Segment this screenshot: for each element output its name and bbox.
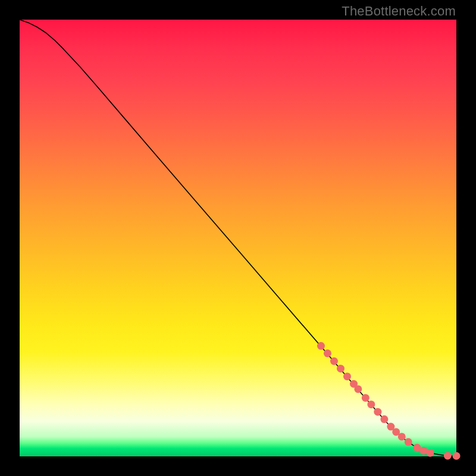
chart-overlay (20, 20, 456, 456)
marker-dot (337, 365, 345, 372)
marker-dot (398, 433, 406, 440)
marker-dot (354, 385, 362, 393)
marker-dot (317, 342, 325, 350)
marker-dot (405, 438, 412, 446)
chart-frame: TheBottleneck.com (0, 0, 476, 476)
marker-dot (343, 372, 351, 380)
marker-dot (367, 400, 375, 408)
watermark-text: TheBottleneck.com (342, 4, 456, 19)
marker-dot (374, 408, 381, 416)
marker-dot (426, 449, 434, 457)
marker-dot (380, 415, 388, 423)
curve-line (20, 20, 456, 456)
marker-dot (330, 357, 338, 365)
marker-dot (453, 452, 461, 460)
marker-dot (362, 394, 369, 402)
marker-dot (419, 447, 427, 455)
marker-group (317, 342, 461, 460)
marker-dot (444, 452, 452, 459)
marker-dot (324, 349, 331, 357)
